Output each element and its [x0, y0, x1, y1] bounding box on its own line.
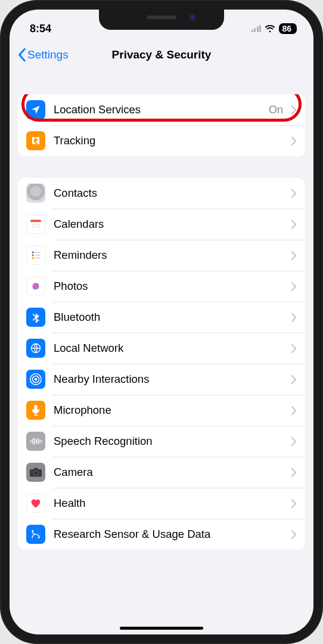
row-camera[interactable]: Camera	[18, 457, 305, 488]
row-reminders[interactable]: Reminders	[18, 240, 305, 271]
svg-point-38	[34, 472, 37, 475]
cellular-icon	[251, 25, 262, 32]
chevron-right-icon	[291, 530, 297, 539]
row-value: On	[269, 104, 283, 116]
svg-point-6	[35, 227, 36, 228]
svg-point-10	[32, 254, 34, 256]
row-health[interactable]: Health	[18, 488, 305, 519]
row-nearby-interactions[interactable]: Nearby Interactions	[18, 364, 305, 395]
chevron-right-icon	[291, 375, 297, 384]
nav-header: Settings Privacy & Security	[10, 39, 313, 73]
svg-point-39	[32, 530, 34, 532]
svg-rect-36	[34, 467, 38, 470]
svg-point-4	[39, 224, 40, 225]
row-label: Bluetooth	[54, 311, 283, 324]
svg-rect-14	[35, 258, 41, 259]
battery-icon: 86	[279, 23, 297, 34]
row-location-services[interactable]: Location Services On	[18, 94, 305, 125]
svg-point-40	[38, 537, 40, 539]
row-label: Nearby Interactions	[54, 373, 283, 386]
contacts-icon	[26, 184, 45, 203]
row-label: Health	[54, 497, 283, 510]
chevron-right-icon	[291, 344, 297, 353]
row-bluetooth[interactable]: Bluetooth	[18, 302, 305, 333]
row-label: Tracking	[54, 134, 283, 147]
nearby-interactions-icon	[26, 370, 45, 389]
chevron-right-icon	[291, 137, 297, 145]
row-label: Photos	[54, 280, 283, 293]
row-label: Contacts	[54, 187, 283, 200]
location-icon	[26, 100, 45, 119]
row-contacts[interactable]: Contacts	[18, 178, 305, 209]
svg-point-11	[32, 257, 34, 259]
chevron-right-icon	[291, 282, 297, 291]
row-label: Speech Recognition	[54, 435, 283, 448]
camera-icon	[26, 463, 45, 482]
phone-frame: 8:54 86 Settings Privacy & Security	[0, 0, 323, 644]
health-icon	[26, 494, 45, 513]
row-speech-recognition[interactable]: Speech Recognition	[18, 426, 305, 457]
row-label: Location Services	[54, 103, 260, 116]
bluetooth-icon	[26, 308, 45, 327]
row-tracking[interactable]: Tracking	[18, 125, 305, 156]
svg-point-9	[32, 252, 34, 253]
content-scroll[interactable]: Location Services On Tracking Contacts	[10, 73, 313, 634]
svg-rect-13	[35, 255, 41, 256]
chevron-right-icon	[291, 251, 297, 260]
settings-group-1: Location Services On Tracking	[18, 94, 305, 156]
svg-point-8	[39, 227, 40, 228]
row-photos[interactable]: Photos	[18, 271, 305, 302]
chevron-right-icon	[291, 313, 297, 322]
row-microphone[interactable]: Microphone	[18, 395, 305, 426]
notch	[99, 10, 224, 30]
photos-icon	[26, 277, 45, 296]
local-network-icon	[26, 339, 45, 358]
row-label: Local Network	[54, 342, 283, 355]
row-label: Reminders	[54, 249, 283, 262]
chevron-right-icon	[291, 406, 297, 415]
row-research-sensor[interactable]: Research Sensor & Usage Data	[18, 519, 305, 550]
row-calendars[interactable]: Calendars	[18, 209, 305, 240]
status-right: 86	[251, 23, 297, 34]
back-button[interactable]: Settings	[18, 48, 69, 61]
wifi-icon	[265, 25, 275, 33]
row-local-network[interactable]: Local Network	[18, 333, 305, 364]
home-indicator[interactable]	[120, 627, 203, 630]
chevron-right-icon	[291, 189, 297, 198]
chevron-left-icon	[18, 48, 26, 61]
calendars-icon	[26, 215, 45, 234]
row-label: Calendars	[54, 218, 283, 231]
svg-point-3	[36, 224, 38, 225]
reminders-icon	[26, 246, 45, 265]
row-label: Research Sensor & Usage Data	[54, 528, 283, 541]
settings-group-2: Contacts Calendars Reminders	[18, 178, 305, 550]
microphone-icon	[26, 401, 45, 420]
research-icon	[26, 525, 45, 544]
svg-point-7	[36, 227, 38, 228]
status-time: 8:54	[30, 23, 51, 35]
chevron-right-icon	[291, 468, 297, 477]
chevron-right-icon	[291, 106, 297, 114]
svg-rect-0	[30, 220, 41, 222]
tracking-icon	[26, 131, 45, 150]
chevron-right-icon	[291, 437, 297, 446]
speech-recognition-icon	[26, 432, 45, 451]
svg-point-1	[32, 224, 33, 225]
svg-point-5	[32, 227, 33, 228]
row-label: Camera	[54, 466, 283, 479]
row-label: Microphone	[54, 404, 283, 417]
chevron-right-icon	[291, 220, 297, 229]
chevron-right-icon	[291, 499, 297, 508]
back-label: Settings	[27, 48, 69, 61]
svg-point-2	[35, 224, 36, 225]
screen: 8:54 86 Settings Privacy & Security	[10, 10, 313, 634]
svg-rect-12	[35, 252, 41, 253]
svg-point-24	[35, 378, 38, 381]
